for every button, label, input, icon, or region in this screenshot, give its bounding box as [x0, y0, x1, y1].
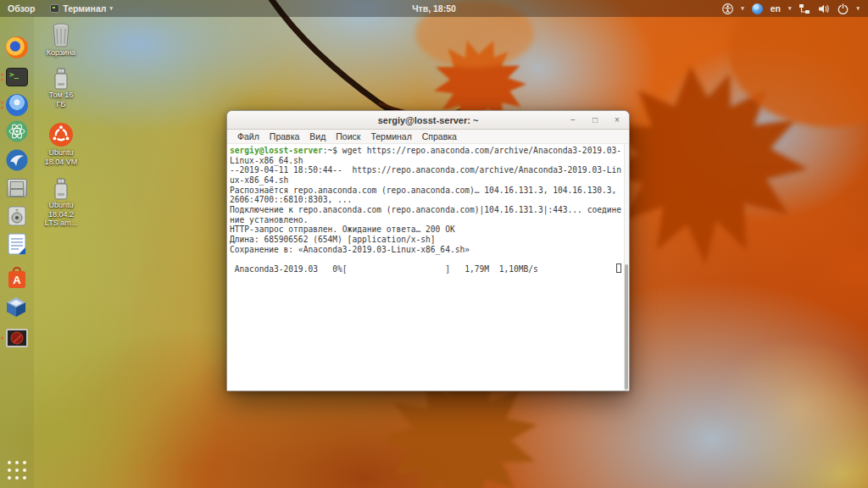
dock-item-atom[interactable] [5, 119, 29, 143]
desktop-icon-ubuntu-lts-drive[interactable]: Ubuntu 18.04.2 LTS am... [34, 178, 88, 228]
terminal-line: HTTP-запрос отправлен. Ожидание ответа… … [230, 225, 620, 235]
dock-item-thunderbird[interactable] [5, 148, 29, 172]
firefox-icon [6, 36, 28, 58]
accessibility-menu[interactable]: ▾ [722, 0, 744, 17]
desktop-icon-label: Ubuntu 18.04 VM [34, 148, 88, 166]
terminal-line: Подключение к repo.anaconda.com (repo.an… [230, 205, 620, 215]
power-icon [837, 3, 849, 14]
progress-line: Anaconda3-2019.03 0%[ ] 1,79M 1,10MB/s [230, 264, 620, 274]
power-menu[interactable]: ▾ [837, 0, 860, 17]
terminal-window: sergiy@losst-server: ~ − □ × Файл Правка… [226, 110, 630, 391]
usb-drive-icon [52, 178, 70, 200]
writer-document-icon [7, 233, 27, 255]
clock[interactable]: Чтв, 18:50 [412, 3, 456, 14]
blue-app-status-icon[interactable] [752, 3, 763, 14]
chevron-down-icon: ▾ [741, 5, 744, 12]
file-cabinet-icon [7, 179, 27, 197]
menu-terminal[interactable]: Терминал [365, 130, 416, 142]
chevron-down-icon: ▾ [856, 5, 860, 12]
terminal-line: ние установлено. [230, 215, 620, 225]
atom-icon [6, 120, 28, 142]
terminal-cursor [616, 263, 621, 273]
volume-icon[interactable] [818, 3, 830, 14]
dock-item-files[interactable] [5, 176, 29, 200]
close-button[interactable]: × [612, 115, 622, 125]
dock-item-ubuntu-software[interactable]: A [5, 266, 29, 290]
prompt-line: sergiy@losst-server:~$ wget https://repo… [230, 146, 620, 156]
terminal-line: --2019-04-11 18:50:44-- https://repo.ana… [230, 165, 620, 175]
dock-item-terminal[interactable]: >_ [5, 65, 29, 89]
activities-overview-button[interactable]: Обзор [0, 0, 42, 17]
system-status-area: ▾ en ▾ ▾ [717, 0, 865, 17]
terminal-icon: >_ [6, 68, 28, 86]
window-controls: − □ × [568, 111, 622, 130]
menu-file[interactable]: Файл [232, 130, 264, 142]
branch [270, 0, 417, 120]
usb-drive-icon [52, 68, 70, 90]
dock: >_ [0, 17, 34, 488]
scrollbar-thumb[interactable] [625, 264, 628, 390]
terminal-line: Linux-x86_64.sh [230, 156, 620, 166]
window-titlebar[interactable]: sergiy@losst-server: ~ − □ × [227, 111, 629, 130]
menu-view[interactable]: Вид [304, 130, 331, 142]
dock-item-rhythmbox[interactable] [5, 204, 29, 228]
app-menu-terminal[interactable]: Терминал ▾ [42, 0, 120, 17]
menu-help[interactable]: Справка [417, 130, 462, 142]
virtualbox-cube-icon [5, 296, 27, 318]
terminal-output[interactable]: sergiy@losst-server:~$ wget https://repo… [227, 144, 629, 391]
terminal-line: Распознаётся repo.anaconda.com (repo.ana… [230, 186, 620, 196]
desktop-icon-trash[interactable]: Корзина [34, 22, 88, 58]
software-bag-icon: A [7, 267, 27, 289]
overview-label: Обзор [8, 3, 35, 14]
dock-item-firefox[interactable] [5, 36, 29, 59]
keyboard-layout-label: en [771, 3, 781, 14]
dock-item-media-viewer[interactable] [5, 326, 29, 350]
terminal-line [230, 254, 620, 264]
desktop-icon-volume-16gb[interactable]: Том 16 ГБ [34, 68, 88, 108]
media-viewer-icon [6, 329, 28, 347]
running-indicator [1, 74, 3, 81]
svg-text:A: A [13, 274, 21, 286]
desktop-icon-ubuntu-vm[interactable]: Ubuntu 18.04 VM [34, 122, 88, 166]
desktop-icon-label: Том 16 ГБ [34, 91, 88, 108]
window-menubar: Файл Правка Вид Поиск Терминал Справка [227, 130, 629, 144]
keyboard-layout-menu[interactable]: en ▾ [771, 0, 792, 17]
accessibility-icon [722, 3, 733, 14]
dock-item-virtualbox[interactable] [5, 296, 29, 319]
running-indicator [1, 337, 3, 340]
speaker-icon [7, 206, 27, 226]
terminal-app-icon [50, 4, 59, 13]
command-text: wget https://repo.anaconda.com/archive/A… [337, 146, 621, 155]
thunderbird-icon [6, 149, 28, 171]
trash-icon [49, 22, 73, 47]
network-icon[interactable] [798, 3, 810, 14]
minimize-button[interactable]: − [568, 115, 578, 125]
maximize-button[interactable]: □ [590, 115, 600, 125]
chevron-down-icon: ▾ [109, 5, 113, 12]
menu-search[interactable]: Поиск [331, 130, 365, 142]
running-indicator [1, 102, 3, 109]
dock-item-chromium[interactable] [5, 93, 29, 117]
menu-edit[interactable]: Правка [264, 130, 304, 142]
prompt-path: :~$ [323, 146, 337, 155]
desktop-icon-label: Корзина [34, 48, 88, 58]
dock-item-libreoffice-writer[interactable] [5, 232, 29, 256]
show-applications-button[interactable] [6, 459, 28, 481]
terminal-line: Длина: 685906562 (654M) [application/x-s… [230, 235, 620, 245]
prompt-user: sergiy@losst-server [230, 146, 323, 155]
chevron-down-icon: ▾ [788, 5, 792, 12]
app-menu-label: Терминал [63, 3, 106, 14]
terminal-scrollbar[interactable] [624, 144, 629, 391]
terminal-line: 2606:4700::6810:8303, ... [230, 195, 620, 205]
desktop-icon-label: Ubuntu 18.04.2 LTS am... [34, 201, 88, 228]
top-bar: Обзор Терминал ▾ Чтв, 18:50 ▾ en ▾ [0, 0, 868, 17]
ubuntu-logo-icon [48, 122, 74, 147]
terminal-line: Сохранение в: «Anaconda3-2019.03-Linux-x… [230, 245, 620, 255]
terminal-line: ux-x86_64.sh [230, 175, 620, 186]
chromium-icon [6, 94, 28, 116]
